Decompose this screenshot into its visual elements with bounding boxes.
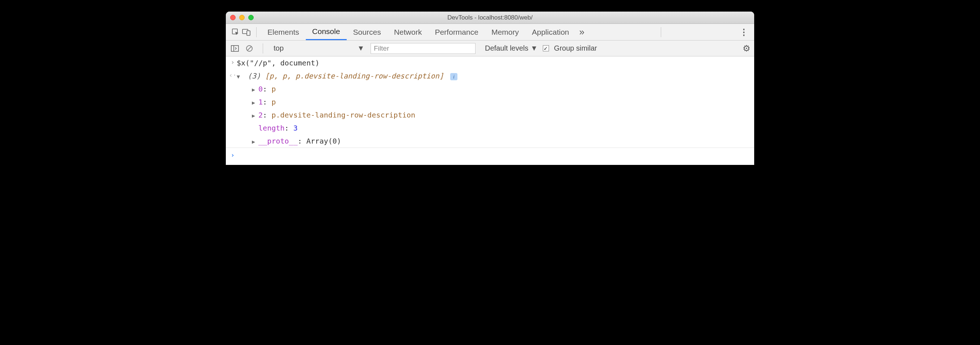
console-output-summary[interactable]: ‹· ▼ (3) [p, p, p.devsite-landing-row-de… [226, 70, 754, 83]
array-item-0[interactable]: ▶0: p [226, 83, 754, 95]
tabs-overflow-icon[interactable]: » [575, 26, 588, 38]
index-value: p [271, 98, 276, 107]
input-prompt-icon: › [229, 57, 237, 68]
proto-value: Array(0) [307, 137, 341, 145]
expand-toggle-icon[interactable]: ▶ [252, 99, 258, 107]
dropdown-icon: ▼ [531, 44, 538, 52]
separator [661, 27, 661, 37]
settings-gear-icon[interactable]: ⚙ [743, 43, 751, 54]
console-sidebar-toggle-icon[interactable] [229, 43, 240, 54]
expand-toggle-icon[interactable]: ▶ [252, 111, 258, 120]
tab-memory[interactable]: Memory [485, 24, 525, 40]
proto-key: __proto__ [258, 137, 298, 145]
tab-sources[interactable]: Sources [347, 24, 388, 40]
expand-toggle-icon[interactable]: ▶ [252, 137, 258, 146]
close-window-icon[interactable] [230, 15, 235, 20]
dropdown-icon: ▼ [357, 44, 364, 52]
context-value: top [274, 44, 284, 52]
window-title: DevTools - localhost:8080/web/ [447, 14, 532, 21]
console-toolbar: top ▼ Filter Default levels ▼ ✓ Group si… [226, 40, 754, 56]
log-level-selector[interactable]: Default levels ▼ [485, 44, 538, 52]
index-value: p [271, 84, 276, 93]
index-value: p.devsite-landing-row-description [271, 111, 415, 119]
kebab-menu-icon[interactable]: ⋮ [738, 27, 750, 37]
main-tabbar: Elements Console Sources Network Perform… [226, 24, 754, 40]
array-item-2[interactable]: ▶2: p.devsite-landing-row-description [226, 108, 754, 121]
expand-toggle-icon[interactable]: ▼ [237, 72, 243, 81]
prompt-chevron-icon: › [229, 150, 237, 161]
svg-line-6 [248, 46, 251, 50]
length-value: 3 [293, 124, 298, 132]
array-proto[interactable]: ▶__proto__: Array(0) [226, 135, 754, 148]
array-item-1[interactable]: ▶1: p [226, 95, 754, 108]
index-key: 1 [258, 98, 263, 107]
levels-label: Default levels [485, 44, 528, 52]
length-key: length [258, 124, 285, 132]
separator [263, 43, 263, 54]
svg-rect-3 [231, 46, 239, 51]
device-toggle-icon[interactable] [241, 27, 252, 38]
tab-application[interactable]: Application [525, 24, 576, 40]
array-length: length: 3 [226, 121, 754, 135]
tab-performance[interactable]: Performance [428, 24, 485, 40]
zoom-window-icon[interactable] [248, 15, 254, 20]
window-controls [230, 15, 254, 20]
titlebar: DevTools - localhost:8080/web/ [226, 11, 754, 24]
separator [256, 27, 256, 37]
index-key: 0 [258, 84, 263, 93]
devtools-window: DevTools - localhost:8080/web/ Elements … [226, 11, 754, 165]
console-prompt[interactable]: › [226, 148, 754, 165]
tab-network[interactable]: Network [388, 24, 428, 40]
tab-elements[interactable]: Elements [261, 24, 306, 40]
group-similar-label: Group similar [554, 44, 597, 52]
console-body: › $x("//p", document) ‹· ▼ (3) [p, p, p.… [226, 56, 754, 165]
console-input-line: › $x("//p", document) [226, 56, 754, 70]
svg-rect-2 [247, 31, 250, 35]
group-similar-checkbox[interactable]: ✓ [543, 45, 549, 51]
index-key: 2 [258, 111, 263, 119]
filter-placeholder: Filter [374, 45, 389, 52]
inspect-element-icon[interactable] [230, 27, 241, 38]
expand-toggle-icon[interactable]: ▶ [252, 85, 258, 94]
context-selector[interactable]: top ▼ [271, 44, 367, 53]
info-icon[interactable]: i [450, 73, 457, 80]
clear-console-icon[interactable] [244, 43, 255, 54]
output-indicator-icon: ‹· [229, 70, 237, 81]
filter-input[interactable]: Filter [371, 43, 476, 54]
array-count: (3) [248, 72, 261, 80]
tab-console[interactable]: Console [306, 24, 347, 40]
minimize-window-icon[interactable] [239, 15, 245, 20]
console-input-text: $x("//p", document) [237, 57, 753, 69]
